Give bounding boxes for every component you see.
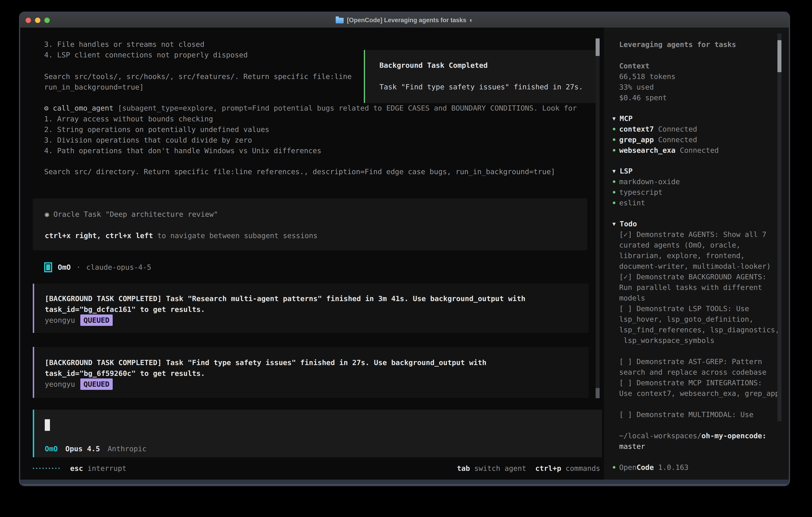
todo-section-toggle[interactable]: ▼Todo [612,219,637,229]
todo-line: document-writer, multimodal-looker) [619,261,771,272]
folder-icon[interactable] [336,18,344,23]
ctrlp-hint: ctrl+p commands [535,463,600,473]
prompt-input[interactable]: OmO Opus 4.5 Anthropic [33,410,602,457]
gear-icon: ⚙ [44,103,49,113]
output-line: 1. Array access without bounds checking [44,113,213,124]
main-scrollbar-track[interactable] [596,38,600,398]
lsp-item: typescript [619,187,663,197]
window-title: [OpenCode] Leveraging agents for tasks [347,17,466,24]
status-badge: QUEUED [80,378,113,390]
text-cursor [45,419,50,431]
statusbar-right: tab switch agent ctrl+p commands [457,463,600,473]
tool-call-line: ⚙ call_omo_agent [subagent_type=explore,… [44,103,577,113]
main-scrollbar-thumb-bottom[interactable] [596,388,600,398]
window-title-group: [OpenCode] Leveraging agents for tasks ◐ [336,17,473,24]
agent-box-icon [44,262,52,272]
todo-line: Use context7, websearch_exa, grep_app [619,388,779,399]
traffic-lights [26,18,50,23]
task-text-line: [BACKGROUND TASK COMPLETED] Task "Resear… [45,293,525,304]
input-model-name: Opus 4.5 [65,443,100,454]
background-task-toast: Background Task Completed Task "Find typ… [364,50,597,103]
agent-name: OmO [58,262,71,272]
todo-line: [ ] Demonstrate MULTIMODAL: Use [619,409,753,420]
separator-dot: · [76,262,81,272]
mcp-heading: MCP [619,113,633,124]
sidebar-scrollbar-track[interactable] [777,33,781,421]
todo-line-active: [ ] Demonstrate LSP TOOLS: Use [619,303,749,314]
task-text-line: task_id="bg_6f59260c" to get results. [45,368,205,379]
workspace-branch: master [619,441,645,452]
task-meta-line: yeongyu QUEUED [45,379,113,389]
context-used: 33% used [619,82,654,92]
oracle-hint-text: to navigate between subagent sessions [153,230,318,241]
output-line: run_in_background=true] [44,82,144,92]
todo-heading: Todo [619,219,637,229]
session-title: Leveraging agents for tasks [619,39,736,50]
todo-line: [✓] Demonstrate BACKGROUND AGENTS: [619,272,766,282]
sidebar-scrollbar-thumb[interactable] [777,40,781,72]
tool-call-args: [subagent_type=explore, prompt=Find pote… [118,103,577,113]
output-line: 2. String operations on potentially unde… [44,124,269,135]
background-task-message: [BACKGROUND TASK COMPLETED] Task "Find t… [33,347,589,398]
lsp-item: eslint [619,197,645,208]
todo-line-active: lsp_workspace_symbols [619,335,715,346]
status-dot-icon [613,138,615,141]
todo-line: [ ] Demonstrate AST-GREP: Pattern [619,356,762,367]
oracle-title-line: ◉ Oracle Task "Deep architecture review" [45,209,218,219]
mcp-item: grep_app Connected [619,134,697,145]
terminal-window: [OpenCode] Leveraging agents for tasks ◐… [19,11,790,486]
status-dot-icon [613,128,615,130]
terminal-main-pane: 3. File handles or streams not closed 4.… [20,28,604,480]
status-badge: QUEUED [80,315,113,326]
chevron-down-icon: ▼ [612,113,616,124]
status-dot-icon [613,466,615,469]
input-provider: Anthropic [108,443,146,454]
input-model-line: OmO Opus 4.5 Anthropic [45,443,147,454]
output-line: 4. LSP client connections not properly d… [44,50,248,60]
task-text-line: [BACKGROUND TASK COMPLETED] Task "Find t… [45,357,487,368]
tool-call-name: call_omo_agent [53,103,113,113]
workspace-path: ~/local-workspaces/oh-my-opencode: [619,430,766,441]
mcp-section-toggle[interactable]: ▼MCP [612,113,633,124]
oracle-title: Oracle Task "Deep architecture review" [53,209,218,219]
esc-hint: esc interrupt [70,463,126,473]
mcp-item: context7 Connected [619,124,697,134]
app-version: OpenCode 1.0.163 [619,462,689,472]
statusbar-left: esc interrupt [33,463,126,473]
status-dot-icon [613,149,615,152]
task-author: yeongyu [45,379,75,389]
session-sidebar: Leveraging agents for tasks Context 66,5… [604,28,789,480]
chevron-down-icon: ▼ [612,166,616,176]
oracle-hint-keys: ctrl+x right, ctrl+x left [45,230,153,241]
tab-hint: tab switch agent [457,463,526,473]
task-text-line: task_id="bg_dcfac161" to get results. [45,304,205,315]
chevron-down-icon: ▼ [612,219,616,229]
toast-title: Background Task Completed [379,60,488,71]
todo-line: librarian, explore, frontend, [619,250,745,261]
mcp-item: websearch_exa Connected [619,145,719,156]
todo-line: Run parallel tasks with different [619,282,762,293]
main-scrollbar-thumb[interactable] [596,38,600,56]
input-agent-name: OmO [45,443,58,454]
zoom-button[interactable] [45,18,50,23]
lsp-section-toggle[interactable]: ▼LSP [612,166,633,176]
minimize-button[interactable] [35,18,40,23]
lsp-item: markdown-oxide [619,176,680,187]
oracle-hint-line: ctrl+x right, ctrl+x left to navigate be… [45,230,318,241]
titlebar[interactable]: [OpenCode] Leveraging agents for tasks ◐ [20,13,789,28]
output-line: Search src/tools/, src/hooks/, src/featu… [44,71,352,82]
todo-line-active: lsp_hover, lsp_goto_definition, [619,314,753,324]
status-dot-icon [613,191,615,193]
toast-body: Task "Find type safety issues" finished … [379,82,583,92]
agent-model: claude-opus-4-5 [86,262,151,272]
todo-line: models [619,293,645,303]
output-line: 3. Division operations that could divide… [44,135,252,145]
spinner-icon [33,468,60,469]
half-circle-icon: ◐ [469,17,473,24]
oracle-task-card: ◉ Oracle Task "Deep architecture review"… [33,198,587,250]
close-button[interactable] [26,18,31,23]
background-task-message: [BACKGROUND TASK COMPLETED] Task "Resear… [33,284,589,333]
output-line: 3. File handles or streams not closed [44,39,204,50]
lsp-heading: LSP [619,166,633,176]
oracle-status-icon: ◉ [45,209,49,219]
